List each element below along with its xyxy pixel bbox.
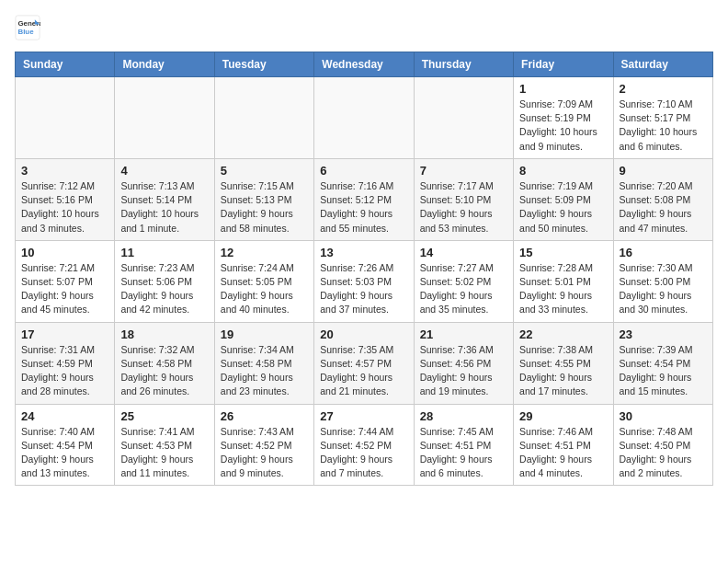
- logo: General Blue: [15, 15, 40, 40]
- day-info: Sunrise: 7:28 AM Sunset: 5:01 PM Dayligh…: [519, 261, 607, 317]
- calendar-cell: 22Sunrise: 7:38 AM Sunset: 4:55 PM Dayli…: [514, 322, 613, 404]
- day-number: 21: [420, 327, 507, 341]
- day-info: Sunrise: 7:21 AM Sunset: 5:07 PM Dayligh…: [21, 261, 108, 317]
- calendar-cell: 20Sunrise: 7:35 AM Sunset: 4:57 PM Dayli…: [314, 322, 414, 404]
- day-info: Sunrise: 7:34 AM Sunset: 4:58 PM Dayligh…: [221, 343, 308, 399]
- calendar-cell: 27Sunrise: 7:44 AM Sunset: 4:52 PM Dayli…: [314, 404, 414, 486]
- calendar-table: SundayMondayTuesdayWednesdayThursdayFrid…: [15, 52, 713, 486]
- day-info: Sunrise: 7:32 AM Sunset: 4:58 PM Dayligh…: [120, 343, 208, 399]
- day-number: 12: [221, 246, 308, 259]
- day-info: Sunrise: 7:20 AM Sunset: 5:08 PM Dayligh…: [620, 179, 707, 236]
- svg-text:Blue: Blue: [18, 28, 35, 36]
- day-number: 18: [120, 327, 208, 341]
- calendar-cell: 28Sunrise: 7:45 AM Sunset: 4:51 PM Dayli…: [414, 404, 513, 486]
- logo-icon: General Blue: [15, 15, 40, 40]
- day-number: 3: [21, 164, 108, 178]
- calendar-cell: 17Sunrise: 7:31 AM Sunset: 4:59 PM Dayli…: [16, 322, 115, 404]
- day-number: 15: [519, 246, 607, 259]
- day-info: Sunrise: 7:36 AM Sunset: 4:56 PM Dayligh…: [420, 343, 507, 399]
- page-header: General Blue: [15, 15, 713, 40]
- day-info: Sunrise: 7:38 AM Sunset: 4:55 PM Dayligh…: [519, 343, 607, 399]
- calendar-cell: 14Sunrise: 7:27 AM Sunset: 5:02 PM Dayli…: [414, 240, 513, 322]
- calendar-cell: 21Sunrise: 7:36 AM Sunset: 4:56 PM Dayli…: [414, 322, 513, 404]
- calendar-week-2: 3Sunrise: 7:12 AM Sunset: 5:16 PM Daylig…: [16, 158, 713, 240]
- day-number: 8: [519, 164, 607, 178]
- day-number: 9: [620, 164, 707, 178]
- day-info: Sunrise: 7:23 AM Sunset: 5:06 PM Dayligh…: [120, 261, 208, 317]
- day-number: 28: [420, 409, 507, 423]
- day-number: 16: [620, 246, 707, 259]
- calendar-cell: 19Sunrise: 7:34 AM Sunset: 4:58 PM Dayli…: [214, 322, 313, 404]
- day-number: 29: [519, 409, 607, 423]
- day-number: 19: [221, 327, 308, 341]
- day-info: Sunrise: 7:27 AM Sunset: 5:02 PM Dayligh…: [420, 261, 507, 317]
- day-number: 6: [320, 164, 407, 178]
- calendar-cell: 11Sunrise: 7:23 AM Sunset: 5:06 PM Dayli…: [115, 240, 214, 322]
- day-number: 27: [320, 409, 407, 423]
- calendar-week-3: 10Sunrise: 7:21 AM Sunset: 5:07 PM Dayli…: [16, 240, 713, 322]
- calendar-week-5: 24Sunrise: 7:40 AM Sunset: 4:54 PM Dayli…: [16, 404, 713, 486]
- calendar-cell: 9Sunrise: 7:20 AM Sunset: 5:08 PM Daylig…: [613, 158, 712, 240]
- calendar-cell: 7Sunrise: 7:17 AM Sunset: 5:10 PM Daylig…: [414, 158, 513, 240]
- calendar-cell: 5Sunrise: 7:15 AM Sunset: 5:13 PM Daylig…: [214, 158, 313, 240]
- day-number: 22: [519, 327, 607, 341]
- calendar-cell: 13Sunrise: 7:26 AM Sunset: 5:03 PM Dayli…: [314, 240, 414, 322]
- day-info: Sunrise: 7:13 AM Sunset: 5:14 PM Dayligh…: [120, 179, 208, 236]
- calendar-cell: 29Sunrise: 7:46 AM Sunset: 4:51 PM Dayli…: [514, 404, 613, 486]
- day-header-friday: Friday: [514, 52, 613, 77]
- calendar-cell: 4Sunrise: 7:13 AM Sunset: 5:14 PM Daylig…: [115, 158, 214, 240]
- day-info: Sunrise: 7:12 AM Sunset: 5:16 PM Dayligh…: [21, 179, 108, 236]
- calendar-cell: 15Sunrise: 7:28 AM Sunset: 5:01 PM Dayli…: [514, 240, 613, 322]
- day-number: 2: [620, 82, 707, 96]
- calendar-cell: 2Sunrise: 7:10 AM Sunset: 5:17 PM Daylig…: [613, 77, 712, 159]
- calendar-header-row: SundayMondayTuesdayWednesdayThursdayFrid…: [16, 52, 713, 77]
- calendar-cell: 8Sunrise: 7:19 AM Sunset: 5:09 PM Daylig…: [514, 158, 613, 240]
- day-number: 14: [420, 246, 507, 259]
- day-info: Sunrise: 7:43 AM Sunset: 4:52 PM Dayligh…: [221, 425, 308, 481]
- calendar-cell: [314, 77, 414, 159]
- calendar-cell: [414, 77, 513, 159]
- day-info: Sunrise: 7:39 AM Sunset: 4:54 PM Dayligh…: [620, 343, 707, 399]
- calendar-cell: 30Sunrise: 7:48 AM Sunset: 4:50 PM Dayli…: [613, 404, 712, 486]
- day-header-sunday: Sunday: [16, 52, 115, 77]
- day-number: 26: [221, 409, 308, 423]
- calendar-week-4: 17Sunrise: 7:31 AM Sunset: 4:59 PM Dayli…: [16, 322, 713, 404]
- calendar-cell: 6Sunrise: 7:16 AM Sunset: 5:12 PM Daylig…: [314, 158, 414, 240]
- calendar-cell: 23Sunrise: 7:39 AM Sunset: 4:54 PM Dayli…: [613, 322, 712, 404]
- day-number: 20: [320, 327, 407, 341]
- calendar-cell: 1Sunrise: 7:09 AM Sunset: 5:19 PM Daylig…: [514, 77, 613, 159]
- calendar-cell: 18Sunrise: 7:32 AM Sunset: 4:58 PM Dayli…: [115, 322, 214, 404]
- day-info: Sunrise: 7:41 AM Sunset: 4:53 PM Dayligh…: [120, 425, 208, 481]
- day-info: Sunrise: 7:15 AM Sunset: 5:13 PM Dayligh…: [221, 179, 308, 236]
- calendar-cell: 10Sunrise: 7:21 AM Sunset: 5:07 PM Dayli…: [16, 240, 115, 322]
- day-info: Sunrise: 7:44 AM Sunset: 4:52 PM Dayligh…: [320, 425, 407, 481]
- day-number: 10: [21, 246, 108, 259]
- day-header-tuesday: Tuesday: [214, 52, 313, 77]
- calendar-cell: 25Sunrise: 7:41 AM Sunset: 4:53 PM Dayli…: [115, 404, 214, 486]
- calendar-cell: [16, 77, 115, 159]
- calendar-cell: 3Sunrise: 7:12 AM Sunset: 5:16 PM Daylig…: [16, 158, 115, 240]
- day-info: Sunrise: 7:26 AM Sunset: 5:03 PM Dayligh…: [320, 261, 407, 317]
- day-info: Sunrise: 7:30 AM Sunset: 5:00 PM Dayligh…: [620, 261, 707, 317]
- calendar-cell: 12Sunrise: 7:24 AM Sunset: 5:05 PM Dayli…: [214, 240, 313, 322]
- day-info: Sunrise: 7:48 AM Sunset: 4:50 PM Dayligh…: [620, 425, 707, 481]
- day-number: 30: [620, 409, 707, 423]
- day-info: Sunrise: 7:09 AM Sunset: 5:19 PM Dayligh…: [519, 98, 607, 154]
- day-number: 1: [519, 82, 607, 96]
- day-number: 23: [620, 327, 707, 341]
- calendar-cell: 24Sunrise: 7:40 AM Sunset: 4:54 PM Dayli…: [16, 404, 115, 486]
- day-header-thursday: Thursday: [414, 52, 513, 77]
- day-header-saturday: Saturday: [613, 52, 712, 77]
- day-number: 11: [120, 246, 208, 259]
- day-info: Sunrise: 7:24 AM Sunset: 5:05 PM Dayligh…: [221, 261, 308, 317]
- day-info: Sunrise: 7:17 AM Sunset: 5:10 PM Dayligh…: [420, 179, 507, 236]
- day-info: Sunrise: 7:10 AM Sunset: 5:17 PM Dayligh…: [620, 98, 707, 154]
- day-number: 25: [120, 409, 208, 423]
- day-number: 5: [221, 164, 308, 178]
- calendar-cell: [115, 77, 214, 159]
- day-info: Sunrise: 7:31 AM Sunset: 4:59 PM Dayligh…: [21, 343, 108, 399]
- day-header-wednesday: Wednesday: [314, 52, 414, 77]
- calendar-body: 1Sunrise: 7:09 AM Sunset: 5:19 PM Daylig…: [16, 77, 713, 486]
- day-info: Sunrise: 7:46 AM Sunset: 4:51 PM Dayligh…: [519, 425, 607, 481]
- day-info: Sunrise: 7:45 AM Sunset: 4:51 PM Dayligh…: [420, 425, 507, 481]
